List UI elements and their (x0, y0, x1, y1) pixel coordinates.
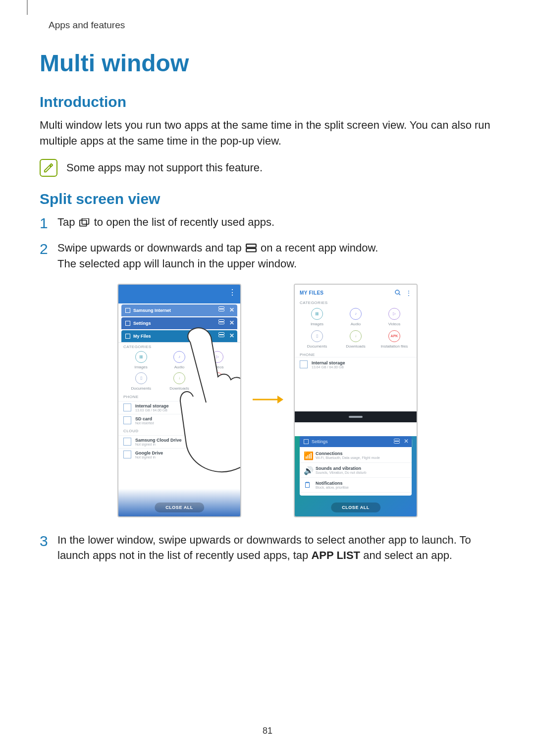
row-samsung-cloud[interactable]: Samsung Cloud DriveNot signed in (118, 435, 240, 448)
file-panel: CATEGORIES ▦Images ♪Audio ▷Videos ▯Docum… (118, 342, 240, 461)
split-view-icon[interactable] (394, 439, 400, 445)
phone-after: MY FILES ⋮ CATEGORIES ▦Images ♪Audio ▷Vi… (294, 284, 418, 517)
more-menu-icon[interactable]: ⋮ (228, 288, 236, 297)
app-icon (125, 308, 130, 313)
tile-label: Installation files (381, 344, 408, 349)
recent-card[interactable]: Settings ✕ 📶 ConnectionsWi-Fi, Bluetooth… (300, 436, 412, 496)
tile-label: Images (311, 322, 323, 326)
row-gdrive[interactable]: Google DriveNot signed in (118, 448, 240, 461)
step-2: 2 Swipe upwards or downwards and tap on … (40, 240, 495, 272)
close-icon[interactable]: ✕ (404, 438, 409, 445)
svg-rect-4 (219, 306, 224, 308)
section-label: PHONE (295, 352, 417, 357)
step3-text-c: and select an app. (360, 549, 452, 561)
sd-icon (123, 416, 131, 424)
svg-rect-1 (82, 218, 89, 224)
step-number: 1 (40, 214, 51, 232)
section-label: CLOUD (123, 429, 235, 433)
svg-rect-7 (219, 322, 224, 324)
tile-label: Images (135, 365, 148, 369)
tile-label: Documents (307, 344, 327, 349)
storage-icon (123, 403, 131, 411)
close-icon[interactable]: ✕ (229, 306, 234, 313)
search-icon[interactable] (395, 289, 401, 298)
tile-documents[interactable]: ▯Documents (300, 330, 334, 349)
tile-downloads[interactable]: ↓Downloads (338, 330, 373, 349)
card-label: Settings (133, 321, 151, 326)
gdrive-icon (123, 451, 131, 458)
tile-images[interactable]: ▦Images (300, 308, 334, 326)
settings-sounds[interactable]: 🔊 Sounds and vibrationSounds, Vibration,… (300, 463, 412, 478)
intro-paragraph: Multi window lets you run two apps at th… (40, 117, 495, 149)
step-3: 3 In the lower window, swipe upwards or … (40, 532, 495, 564)
section-split-screen: Split screen view (40, 191, 495, 207)
svg-rect-6 (219, 319, 224, 321)
app-icon (125, 321, 130, 326)
tile-audio[interactable]: ♪Audio (338, 308, 373, 326)
tile-label: Installation files (204, 386, 231, 391)
tile-label: Documents (131, 386, 151, 391)
svg-rect-14 (394, 439, 400, 441)
tile-audio[interactable]: ♪Audio (161, 351, 197, 369)
split-view-icon[interactable] (218, 332, 224, 337)
section-label: CATEGORIES (123, 345, 235, 349)
tile-documents[interactable]: ▯Documents (123, 372, 159, 391)
sound-icon: 🔊 (304, 466, 312, 474)
phone-before: ⋮ Samsung Internet ✕ Settings ✕ (117, 284, 241, 517)
draw-note-icon (40, 159, 57, 177)
split-view-icon[interactable] (218, 319, 224, 324)
tile-label: Audio (351, 322, 361, 326)
split-divider-handle[interactable] (295, 411, 417, 422)
arrow-right-icon (250, 394, 285, 407)
section-label: CATEGORIES (295, 300, 417, 305)
recent-card[interactable]: Samsung Internet ✕ (121, 304, 237, 316)
tile-label: Videos (212, 365, 223, 369)
tile-images[interactable]: ▦Images (123, 351, 159, 369)
tile-videos[interactable]: ▷Videos (377, 308, 412, 326)
step-number: 2 (40, 240, 51, 258)
step1-text-b: to open the list of recently used apps. (94, 216, 274, 228)
tile-apk[interactable]: APKInstallation files (377, 330, 412, 349)
close-icon[interactable]: ✕ (229, 332, 234, 339)
step3-app-list: APP LIST (311, 549, 360, 561)
row-sd-card[interactable]: SD cardNot inserted (118, 414, 240, 427)
svg-rect-3 (246, 249, 256, 252)
step-1: 1 Tap to open the list of recently used … (40, 214, 495, 232)
app-icon (125, 334, 130, 339)
settings-notifications[interactable]: 🗒 NotificationsBlock, allow, prioritise (300, 478, 412, 493)
card-label: My Files (133, 334, 151, 339)
tile-videos[interactable]: ▷Videos (200, 351, 235, 369)
close-all-button[interactable]: CLOSE ALL (155, 503, 204, 512)
row-internal-storage[interactable]: Internal storage13.64 GB / 64.00 GB (295, 357, 417, 372)
tile-label: Downloads (346, 344, 366, 349)
breadcrumb: Apps and features (49, 20, 495, 31)
tile-apk[interactable]: APKInstallation files (200, 372, 235, 391)
row-internal-storage[interactable]: Internal storage13.63 GB / 64.00 GB (118, 401, 240, 414)
recent-card[interactable]: My Files ✕ (121, 330, 237, 342)
card-label: Settings (312, 439, 328, 444)
svg-rect-0 (80, 220, 87, 226)
more-menu-icon[interactable]: ⋮ (406, 290, 412, 297)
step2-text-c: The selected app will launch in the uppe… (57, 257, 297, 270)
svg-marker-11 (277, 396, 283, 403)
storage-icon (300, 360, 308, 368)
close-icon[interactable]: ✕ (229, 319, 234, 326)
svg-rect-8 (219, 332, 224, 334)
svg-rect-9 (219, 335, 224, 337)
close-all-button[interactable]: CLOSE ALL (331, 503, 380, 512)
svg-line-13 (399, 294, 400, 295)
note-callout: Some apps may not support this feature. (40, 159, 495, 177)
card-label: Samsung Internet (133, 308, 171, 313)
split-view-icon (246, 241, 257, 250)
section-introduction: Introduction (40, 94, 495, 110)
upper-app-title: MY FILES (300, 290, 323, 296)
settings-connections[interactable]: 📶 ConnectionsWi-Fi, Bluetooth, Data usag… (300, 448, 412, 463)
notifications-icon: 🗒 (304, 481, 312, 489)
note-text: Some apps may not support this feature. (66, 159, 263, 177)
step1-text-a: Tap (57, 216, 78, 228)
split-view-icon[interactable] (218, 306, 224, 311)
page-number: 81 (263, 726, 272, 736)
tile-downloads[interactable]: ↓Downloads (161, 372, 197, 391)
svg-rect-15 (394, 441, 400, 443)
recent-card[interactable]: Settings ✕ (121, 317, 237, 329)
